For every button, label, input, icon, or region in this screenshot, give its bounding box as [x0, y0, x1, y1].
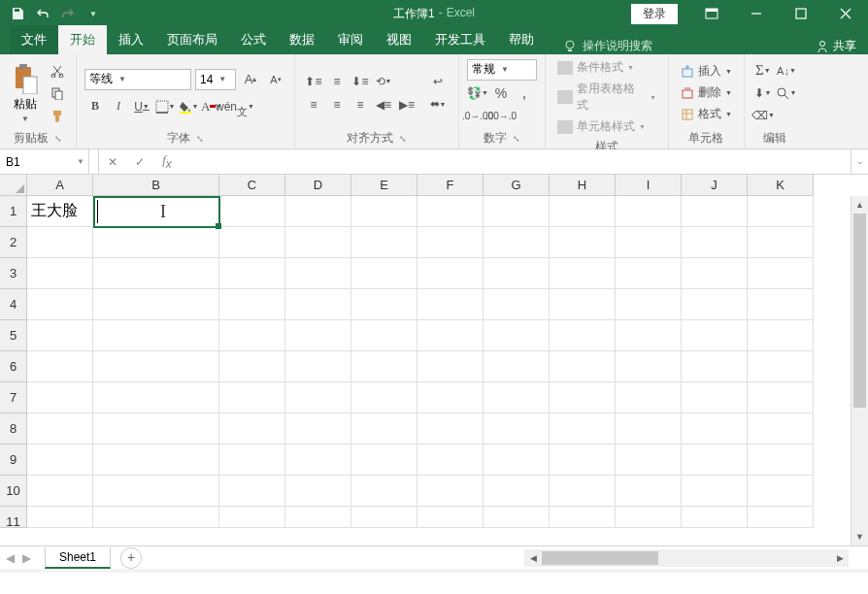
decrease-font-button[interactable]: A▾ — [265, 69, 286, 90]
row-header-2[interactable]: 2 — [0, 227, 27, 258]
cell-I5[interactable] — [616, 320, 682, 351]
wrap-text-button[interactable]: ↩ — [425, 71, 451, 92]
cell-D1[interactable] — [285, 196, 351, 227]
cell-I4[interactable] — [616, 289, 682, 320]
orientation-button[interactable]: ⟲▼ — [373, 71, 394, 92]
cell-D10[interactable] — [285, 476, 351, 507]
horizontal-scrollbar[interactable]: ◀ ▶ — [524, 549, 849, 567]
cell-J9[interactable] — [682, 445, 748, 476]
cell-D6[interactable] — [285, 351, 351, 382]
worksheet-grid[interactable]: ABCDEFGHIJK 1234567891011 王大脸 I ▲ ▼ — [0, 175, 868, 545]
alignment-dialog-launcher[interactable]: ⤡ — [399, 134, 407, 144]
cell-F11[interactable] — [417, 507, 484, 528]
cell-B3[interactable] — [93, 258, 219, 289]
cell-K10[interactable] — [748, 476, 814, 507]
cell-B6[interactable] — [93, 351, 219, 382]
cell-A6[interactable] — [27, 351, 93, 382]
cell-H6[interactable] — [550, 351, 616, 382]
border-button[interactable]: ▼ — [154, 96, 176, 117]
column-header-A[interactable]: A — [27, 175, 93, 196]
cell-K5[interactable] — [748, 320, 814, 351]
cell-H3[interactable] — [550, 258, 616, 289]
cell-F2[interactable] — [417, 227, 484, 258]
row-header-6[interactable]: 6 — [0, 351, 27, 382]
accounting-format-button[interactable]: 💱▼ — [467, 82, 488, 104]
tab-file[interactable]: 文件 — [10, 25, 58, 54]
cell-I11[interactable] — [616, 507, 682, 528]
cell-F5[interactable] — [417, 320, 484, 351]
cell-B5[interactable] — [93, 320, 219, 351]
format-cells-button[interactable]: 格式 ▼ — [677, 104, 736, 124]
column-header-G[interactable]: G — [484, 175, 550, 196]
cell-I6[interactable] — [616, 351, 682, 382]
scroll-left-button[interactable]: ◀ — [524, 553, 542, 563]
cell-C11[interactable] — [219, 507, 285, 528]
autosum-button[interactable]: Σ▼ — [752, 60, 774, 82]
cell-D4[interactable] — [285, 289, 351, 320]
cell-B1[interactable] — [93, 196, 219, 227]
cell-C3[interactable] — [219, 258, 285, 289]
name-box[interactable]: B1▼ — [0, 149, 89, 174]
redo-icon[interactable] — [56, 2, 80, 25]
cell-K7[interactable] — [748, 382, 814, 413]
scroll-down-button[interactable]: ▼ — [851, 528, 868, 545]
cell-J5[interactable] — [682, 320, 748, 351]
column-header-H[interactable]: H — [550, 175, 616, 196]
cell-F7[interactable] — [417, 382, 484, 413]
cell-K9[interactable] — [748, 445, 814, 476]
column-header-F[interactable]: F — [417, 175, 484, 196]
cell-B9[interactable] — [93, 445, 219, 476]
share-button[interactable]: 共享 — [816, 38, 856, 54]
cell-J4[interactable] — [682, 289, 748, 320]
cell-A7[interactable] — [27, 382, 93, 413]
format-as-table-button[interactable]: 套用表格格式 ▼ — [553, 79, 660, 116]
increase-font-button[interactable]: A▴ — [240, 69, 261, 90]
tab-data[interactable]: 数据 — [278, 25, 326, 54]
cell-A4[interactable] — [27, 289, 93, 320]
cell-E4[interactable] — [351, 289, 417, 320]
font-size-combo[interactable]: 14▼ — [195, 69, 236, 90]
new-sheet-button[interactable]: + — [120, 547, 142, 569]
column-header-K[interactable]: K — [748, 175, 814, 196]
cell-C4[interactable] — [219, 289, 285, 320]
cell-G1[interactable] — [484, 196, 550, 227]
cell-H4[interactable] — [550, 289, 616, 320]
save-icon[interactable] — [6, 2, 29, 25]
cell-F10[interactable] — [417, 476, 484, 507]
cell-I9[interactable] — [616, 445, 682, 476]
minimize-icon[interactable] — [734, 0, 779, 27]
row-header-8[interactable]: 8 — [0, 413, 27, 445]
copy-button[interactable] — [47, 82, 68, 104]
align-center-button[interactable]: ≡ — [326, 94, 348, 116]
cell-E7[interactable] — [351, 382, 417, 413]
cell-K11[interactable] — [748, 507, 814, 528]
cancel-formula-button[interactable]: ✕ — [99, 149, 126, 174]
row-header-11[interactable]: 11 — [0, 507, 27, 528]
cell-C5[interactable] — [219, 320, 285, 351]
cell-K1[interactable] — [748, 196, 814, 227]
cell-G9[interactable] — [484, 445, 550, 476]
cell-J11[interactable] — [682, 507, 748, 528]
column-header-J[interactable]: J — [682, 175, 748, 196]
bold-button[interactable]: B — [84, 96, 106, 117]
cell-E8[interactable] — [351, 413, 417, 445]
enter-formula-button[interactable]: ✓ — [126, 149, 153, 174]
comma-format-button[interactable]: , — [514, 82, 535, 104]
cell-E10[interactable] — [351, 476, 417, 507]
sheet-nav[interactable]: ◀▶ — [0, 551, 37, 565]
cell-G7[interactable] — [484, 382, 550, 413]
expand-formula-bar-button[interactable]: ⌄ — [851, 149, 868, 174]
cell-I3[interactable] — [616, 258, 682, 289]
cell-J3[interactable] — [682, 258, 748, 289]
tab-help[interactable]: 帮助 — [497, 25, 546, 54]
clear-button[interactable]: ⌫▼ — [752, 105, 774, 126]
cell-A9[interactable] — [27, 445, 93, 476]
find-select-button[interactable]: ▼ — [776, 82, 797, 104]
cell-J6[interactable] — [682, 351, 748, 382]
column-header-D[interactable]: D — [285, 175, 351, 196]
cell-G11[interactable] — [484, 507, 550, 528]
cell-I2[interactable] — [616, 227, 682, 258]
ribbon-display-icon[interactable] — [689, 0, 734, 27]
cell-H5[interactable] — [550, 320, 616, 351]
font-name-combo[interactable]: 等线▼ — [84, 69, 191, 90]
